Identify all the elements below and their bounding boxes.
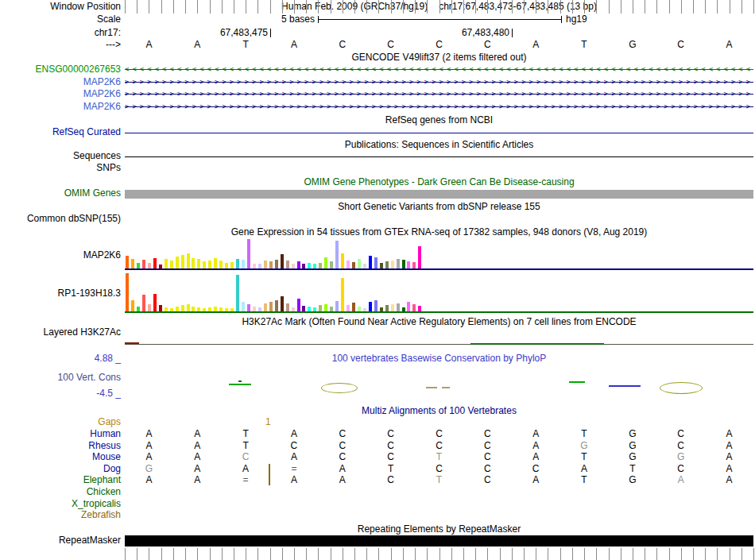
- gtex-bar[interactable]: [219, 307, 223, 311]
- gtex-gene-label-rp1[interactable]: RP1-193H18.3: [0, 288, 121, 299]
- species-label[interactable]: Chicken: [0, 487, 121, 497]
- gtex-bar[interactable]: [137, 263, 140, 268]
- gtex-bar[interactable]: [385, 305, 389, 311]
- publications-title[interactable]: Publications: Sequences in Scientific Ar…: [125, 140, 753, 150]
- omim-title[interactable]: OMIM Gene Phenotypes - Dark Green Can Be…: [125, 177, 753, 187]
- gtex-bar[interactable]: [170, 261, 173, 268]
- gtex-bar[interactable]: [142, 295, 145, 311]
- gtex-bar[interactable]: [286, 261, 289, 268]
- gtex-bar[interactable]: [369, 302, 372, 311]
- gtex-bar[interactable]: [269, 302, 273, 311]
- gtex-bar[interactable]: [308, 307, 311, 311]
- gtex-bar[interactable]: [197, 259, 200, 268]
- gtex-bar[interactable]: [214, 307, 217, 311]
- gtex-bar[interactable]: [363, 264, 366, 268]
- repeatmasker-track-bar[interactable]: [125, 535, 753, 546]
- gtex-bar[interactable]: [418, 246, 421, 268]
- gtex-bar[interactable]: [380, 307, 383, 311]
- gtex-bar[interactable]: [347, 261, 350, 268]
- gene-item-line[interactable]: >>>>>>>>>>>>>>>>>>>>>>>>>>>>>>>>>>>>>>>>…: [125, 102, 753, 112]
- gtex-bar[interactable]: [165, 307, 168, 311]
- gene-item-line[interactable]: >>>>>>>>>>>>>>>>>>>>>>>>>>>>>>>>>>>>>>>>…: [125, 89, 753, 99]
- gtex-bar[interactable]: [324, 257, 327, 268]
- gtex-bar[interactable]: [197, 307, 200, 311]
- refseq-track-line[interactable]: [125, 133, 753, 133]
- gene-label[interactable]: MAP2K6: [0, 77, 121, 87]
- gtex-bar[interactable]: [187, 253, 190, 268]
- gene-label[interactable]: MAP2K6: [0, 102, 121, 112]
- gtex-bar[interactable]: [253, 307, 256, 311]
- species-label[interactable]: Zebrafish: [0, 510, 121, 520]
- gtex-bar[interactable]: [187, 304, 190, 311]
- species-label[interactable]: Dog: [0, 464, 121, 474]
- gtex-bar[interactable]: [281, 254, 284, 268]
- gtex-bar[interactable]: [412, 262, 416, 268]
- gtex-bar[interactable]: [335, 241, 339, 268]
- gtex-bar[interactable]: [391, 261, 394, 268]
- dbsnp-title[interactable]: Short Genetic Variants from dbSNP releas…: [125, 202, 753, 212]
- gtex-bar[interactable]: [397, 303, 400, 311]
- gtex-bar[interactable]: [208, 261, 211, 268]
- gtex-bar[interactable]: [203, 261, 206, 268]
- gtex-bar[interactable]: [181, 305, 184, 311]
- gtex-bar[interactable]: [369, 256, 372, 268]
- gtex-bar[interactable]: [176, 307, 179, 311]
- gtex-bar[interactable]: [397, 259, 400, 268]
- gtex-bar[interactable]: [374, 257, 378, 268]
- gtex-bar[interactable]: [219, 261, 223, 268]
- gtex-bar[interactable]: [153, 294, 157, 311]
- gtex-bar[interactable]: [391, 304, 394, 311]
- species-label[interactable]: Elephant: [0, 475, 121, 485]
- gene-label[interactable]: ENSG00000267653: [0, 64, 121, 75]
- publications-track-line[interactable]: [125, 156, 753, 157]
- gtex-bar[interactable]: [142, 260, 145, 268]
- gtex-bar[interactable]: [352, 303, 355, 311]
- gtex-bar[interactable]: [170, 308, 173, 311]
- gtex-bar[interactable]: [302, 306, 305, 311]
- gtex-bar[interactable]: [131, 259, 134, 268]
- species-label[interactable]: Mouse: [0, 452, 121, 462]
- gtex-bar[interactable]: [131, 300, 134, 311]
- gtex-bar[interactable]: [286, 303, 289, 311]
- gtex-bar[interactable]: [181, 255, 184, 268]
- gtex-bar[interactable]: [230, 308, 234, 311]
- gtex-bar[interactable]: [341, 253, 344, 268]
- h3k27ac-title[interactable]: H3K27Ac Mark (Often Found Near Active Re…: [125, 317, 753, 327]
- gtex-bar[interactable]: [176, 257, 179, 268]
- repeatmasker-title[interactable]: Repeating Elements by RepeatMasker: [125, 524, 753, 535]
- gtex-bar[interactable]: [208, 307, 211, 311]
- gtex-bar[interactable]: [247, 239, 250, 268]
- species-label[interactable]: Rhesus: [0, 441, 121, 451]
- gtex-bar[interactable]: [247, 304, 250, 311]
- gtex-bar[interactable]: [192, 307, 195, 311]
- gtex-bar[interactable]: [341, 278, 344, 311]
- gtex-bar[interactable]: [402, 260, 405, 268]
- gtex-gene-label-map2k6[interactable]: MAP2K6: [0, 250, 121, 261]
- gtex-bar[interactable]: [159, 305, 162, 311]
- gtex-bar[interactable]: [330, 261, 333, 268]
- gtex-bar[interactable]: [242, 260, 245, 268]
- gtex-bar[interactable]: [225, 308, 228, 311]
- gtex-bar[interactable]: [275, 300, 278, 311]
- gtex-bar[interactable]: [275, 260, 278, 268]
- gtex-bar[interactable]: [308, 263, 311, 268]
- gtex-bar[interactable]: [319, 263, 322, 268]
- gtex-bar[interactable]: [347, 305, 350, 311]
- h3k27ac-signal[interactable]: [125, 344, 753, 345]
- gtex-bar[interactable]: [264, 261, 267, 268]
- gtex-bar[interactable]: [203, 308, 206, 311]
- gtex-bar[interactable]: [380, 263, 383, 268]
- gtex-bar[interactable]: [407, 261, 410, 268]
- gtex-bar[interactable]: [137, 307, 140, 311]
- gtex-bar[interactable]: [159, 265, 162, 268]
- gene-item-line[interactable]: <<<<<<<<<<<<<<<<<<<<<<<<<<<<<<<<<<<<<<<<…: [125, 64, 753, 75]
- gtex-bar[interactable]: [148, 263, 151, 268]
- gtex-bar[interactable]: [313, 264, 316, 268]
- snps-label[interactable]: SNPs: [0, 163, 121, 173]
- h3k27ac-label[interactable]: Layered H3K27Ac: [0, 327, 121, 338]
- gtex-bar[interactable]: [335, 301, 339, 311]
- gaps-label[interactable]: Gaps: [0, 417, 121, 427]
- gtex-bar[interactable]: [236, 259, 239, 268]
- gtex-bar[interactable]: [385, 261, 389, 268]
- gtex-bar[interactable]: [165, 259, 168, 268]
